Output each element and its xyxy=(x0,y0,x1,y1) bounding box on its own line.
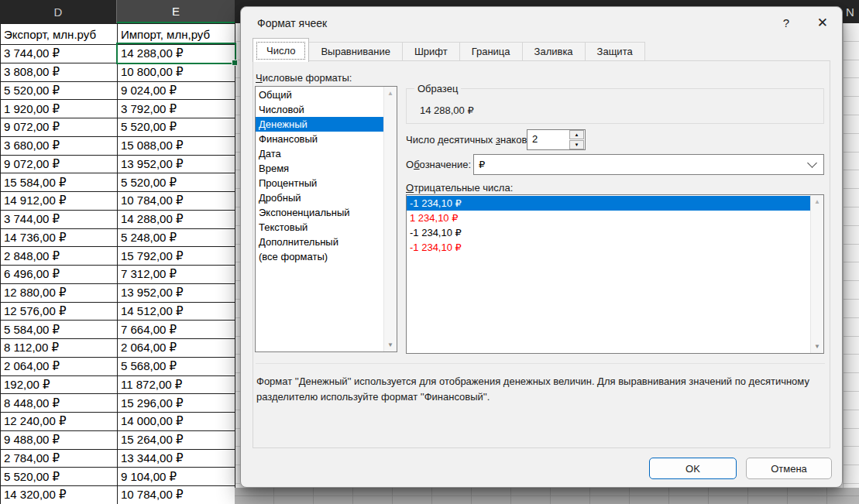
cell-export[interactable]: 14 320,00 ₽ xyxy=(0,486,118,504)
cell-export[interactable]: 3 808,00 ₽ xyxy=(0,63,118,82)
tab-granica[interactable]: Граница xyxy=(460,42,523,61)
cell-import-header[interactable]: Импорт, млн,руб xyxy=(118,24,235,45)
cell-export[interactable]: 9 488,00 ₽ xyxy=(0,431,118,450)
table-row: 9 072,00 ₽5 520,00 ₽ xyxy=(0,118,235,137)
scroll-down-icon[interactable]: ▼ xyxy=(811,343,823,350)
column-header-n[interactable]: N xyxy=(843,0,859,23)
cell-import[interactable]: 9 024,00 ₽ xyxy=(118,82,235,101)
cell-export[interactable]: 192,00 ₽ xyxy=(0,376,118,395)
decimals-spinner[interactable]: 2 ▲ ▼ xyxy=(527,129,586,150)
cell-import[interactable]: 10 800,00 ₽ xyxy=(118,63,235,82)
cell-export[interactable]: 5 520,00 ₽ xyxy=(0,82,118,101)
cell-export[interactable]: 14 736,00 ₽ xyxy=(0,229,118,248)
cell-import[interactable]: 10 784,00 ₽ xyxy=(118,192,235,211)
label-text: трицательные числа: xyxy=(414,182,513,194)
cell-import[interactable]: 14 512,00 ₽ xyxy=(118,303,235,321)
fill-handle[interactable] xyxy=(232,60,238,66)
format-list-item[interactable]: Время xyxy=(256,161,383,176)
cell-import[interactable]: 15 296,00 ₽ xyxy=(118,394,235,413)
cell-export[interactable]: 12 240,00 ₽ xyxy=(0,413,118,431)
cell-import[interactable]: 11 872,00 ₽ xyxy=(118,376,235,395)
table-row: 3 680,00 ₽15 088,00 ₽ xyxy=(0,137,235,156)
negative-format-item[interactable]: 1 234,10 ₽ xyxy=(407,211,810,225)
cell-import[interactable]: 3 792,00 ₽ xyxy=(118,100,235,118)
cell-export[interactable]: 5 520,00 ₽ xyxy=(0,468,118,486)
scrollbar[interactable]: ▲ ▼ xyxy=(810,195,823,353)
format-list-item[interactable]: Экспоненциальный xyxy=(256,205,383,220)
format-list-item[interactable]: Общий xyxy=(256,87,383,102)
cell-import[interactable]: 14 000,00 ₽ xyxy=(118,413,235,431)
format-list-item[interactable]: Дата xyxy=(256,146,383,161)
format-list-item[interactable]: Дополнительный xyxy=(256,235,383,249)
cell-import[interactable]: 5 520,00 ₽ xyxy=(118,118,235,137)
ok-button[interactable]: OK xyxy=(649,458,737,479)
format-list-item[interactable]: Текстовый xyxy=(256,220,383,235)
cell-import[interactable]: 5 520,00 ₽ xyxy=(118,173,235,192)
cell-export[interactable]: 2 064,00 ₽ xyxy=(0,358,118,376)
cell-export[interactable]: 6 496,00 ₽ xyxy=(0,266,118,284)
cell-import[interactable]: 5 248,00 ₽ xyxy=(118,229,235,248)
table-row: 2 064,00 ₽5 568,00 ₽ xyxy=(0,358,235,376)
scroll-up-icon[interactable]: ▲ xyxy=(384,90,397,97)
cell-import[interactable]: 2 064,00 ₽ xyxy=(118,339,235,358)
tab-shrift[interactable]: Шрифт xyxy=(403,42,460,61)
cell-import[interactable]: 15 264,00 ₽ xyxy=(118,431,235,450)
negative-format-item[interactable]: -1 234,10 ₽ xyxy=(407,196,810,211)
column-header-e[interactable]: E xyxy=(117,0,235,23)
format-list-item[interactable]: Процентный xyxy=(256,176,383,190)
cell-export[interactable]: 8 112,00 ₽ xyxy=(0,339,118,358)
cell-export[interactable]: 3 744,00 ₽ xyxy=(0,45,118,63)
symbol-label: Обозначение: xyxy=(406,159,471,170)
cell-export[interactable]: 2 848,00 ₽ xyxy=(0,247,118,266)
cell-import[interactable]: 9 104,00 ₽ xyxy=(118,468,235,486)
format-list-item[interactable]: Дробный xyxy=(256,190,383,205)
format-list-item[interactable]: (все форматы) xyxy=(256,249,383,264)
tab-vyravnivanie[interactable]: Выравнивание xyxy=(309,42,402,61)
cell-import[interactable]: 13 344,00 ₽ xyxy=(118,450,235,468)
cell-export[interactable]: 9 072,00 ₽ xyxy=(0,156,118,174)
tab-zashchita[interactable]: Защита xyxy=(586,42,645,61)
decimals-input[interactable]: 2 xyxy=(527,130,569,149)
cell-import[interactable]: 15 088,00 ₽ xyxy=(118,137,235,156)
number-tab-page: Числовые форматы: ОбщийЧисловойДенежныйФ… xyxy=(253,60,830,448)
cell-export[interactable]: 1 920,00 ₽ xyxy=(0,100,118,118)
negative-format-item[interactable]: -1 234,10 ₽ xyxy=(407,225,810,240)
close-icon[interactable]: ✕ xyxy=(817,15,828,31)
cell-export[interactable]: 3 680,00 ₽ xyxy=(0,137,118,156)
cell-export[interactable]: 5 584,00 ₽ xyxy=(0,321,118,339)
cell-import[interactable]: 15 792,00 ₽ xyxy=(118,247,235,266)
cell-export[interactable]: 14 912,00 ₽ xyxy=(0,192,118,211)
symbol-dropdown[interactable]: ₽ xyxy=(473,154,824,175)
help-button[interactable]: ? xyxy=(783,16,789,29)
cell-export[interactable]: 9 072,00 ₽ xyxy=(0,118,118,137)
cell-export-header[interactable]: Экспорт, млн.руб xyxy=(0,24,118,45)
column-header-d[interactable]: D xyxy=(0,0,117,23)
format-list-item[interactable]: Числовой xyxy=(256,102,383,117)
cell-import[interactable]: 13 952,00 ₽ xyxy=(118,156,235,174)
cell-export[interactable]: 12 576,00 ₽ xyxy=(0,303,118,321)
cell-import[interactable]: 7 312,00 ₽ xyxy=(118,266,235,284)
cell-export[interactable]: 12 880,00 ₽ xyxy=(0,284,118,303)
cell-import[interactable]: 10 784,00 ₽ xyxy=(118,486,235,504)
tab-chislo[interactable]: Число xyxy=(253,38,309,62)
table-row: 5 584,00 ₽7 664,00 ₽ xyxy=(0,321,235,339)
cell-import[interactable]: 14 288,00 ₽ xyxy=(118,211,235,229)
cell-import[interactable]: 7 664,00 ₽ xyxy=(118,321,235,339)
scroll-down-icon[interactable]: ▼ xyxy=(384,341,397,348)
decimals-decrement-button[interactable]: ▼ xyxy=(569,140,584,149)
scroll-up-icon[interactable]: ▲ xyxy=(811,198,823,205)
cell-export[interactable]: 3 744,00 ₽ xyxy=(0,211,118,229)
format-list-item[interactable]: Денежный xyxy=(256,117,383,132)
scrollbar[interactable]: ▲ ▼ xyxy=(383,87,397,351)
cancel-button[interactable]: Отмена xyxy=(746,458,832,479)
negative-format-item[interactable]: -1 234,10 ₽ xyxy=(407,240,810,255)
tab-zalivka[interactable]: Заливка xyxy=(523,42,586,61)
format-list-item[interactable]: Финансовый xyxy=(256,132,383,146)
cell-export[interactable]: 2 784,00 ₽ xyxy=(0,450,118,468)
cell-import[interactable]: 13 952,00 ₽ xyxy=(118,284,235,303)
cell-export[interactable]: 8 448,00 ₽ xyxy=(0,394,118,413)
decimals-increment-button[interactable]: ▲ xyxy=(569,130,584,139)
cell-export[interactable]: 15 584,00 ₽ xyxy=(0,173,118,192)
table-row: 12 240,00 ₽14 000,00 ₽ xyxy=(0,413,235,431)
cell-import[interactable]: 5 568,00 ₽ xyxy=(118,358,235,376)
